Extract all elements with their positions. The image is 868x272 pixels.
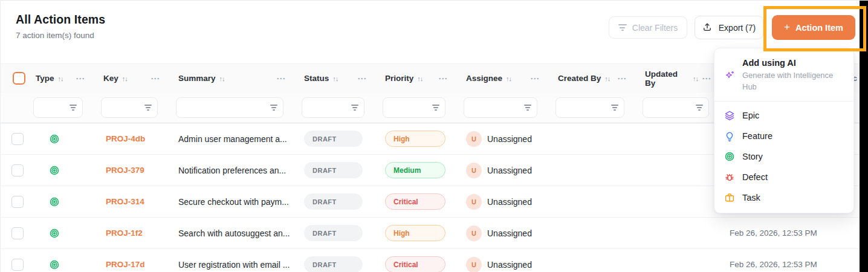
filter-icon	[618, 24, 627, 31]
menu-item-task[interactable]: Task	[714, 187, 853, 208]
row-checkbox[interactable]	[11, 164, 24, 176]
status-badge: DRAFT	[304, 193, 363, 210]
ai-menu-subtitle: Generate with Intelligence Hub	[742, 70, 846, 92]
filter-input-updated-by[interactable]	[643, 97, 709, 118]
row-checkbox[interactable]	[11, 227, 24, 239]
defect-icon	[724, 172, 735, 183]
sort-icon[interactable]: ↑↓	[506, 75, 511, 82]
status-badge: DRAFT	[304, 256, 363, 272]
item-key-link[interactable]: PROJ-379	[106, 166, 144, 175]
task-icon	[724, 192, 735, 203]
filter-icon	[351, 105, 358, 111]
plus-icon: +	[784, 21, 790, 33]
results-count: 7 action item(s) found	[16, 31, 94, 40]
menu-item-label: Feature	[742, 131, 772, 141]
redacted-updated-by	[645, 222, 699, 245]
column-label: Assignee	[466, 74, 502, 83]
assignee-name: Unassigned	[487, 134, 532, 144]
column-menu-icon[interactable]: ⋯	[276, 73, 286, 84]
item-summary: Notification preferences an...	[178, 166, 286, 175]
menu-item-story[interactable]: Story	[714, 146, 853, 167]
column-label: Summary	[178, 74, 216, 83]
priority-badge: High	[385, 225, 445, 241]
column-header-priority[interactable]: Priority ↑↓ ⋯	[381, 73, 462, 84]
row-checkbox[interactable]	[11, 259, 24, 271]
menu-item-label: Defect	[742, 172, 768, 182]
assignee-name: Unassigned	[487, 197, 532, 207]
action-item-dropdown-menu: Add using AI Generate with Intelligence …	[714, 48, 854, 213]
row-checkbox[interactable]	[11, 196, 24, 208]
column-header-updated-by[interactable]: Updated By ↑↓ ⋯	[641, 70, 726, 88]
column-label: Type	[36, 74, 54, 83]
column-header-summary[interactable]: Summary ↑↓ ⋯	[175, 73, 300, 84]
sort-icon[interactable]: ↑↓	[693, 75, 698, 82]
menu-item-add-using-ai[interactable]: Add using AI Generate with Intelligence …	[714, 52, 853, 100]
story-type-icon	[49, 259, 60, 270]
column-header-status[interactable]: Status ↑↓ ⋯	[300, 73, 381, 84]
column-menu-icon[interactable]: ⋯	[617, 73, 627, 84]
menu-item-defect[interactable]: Defect	[714, 167, 853, 187]
table-row[interactable]: PROJ-17d User registration with email ..…	[1, 249, 868, 272]
menu-item-epic[interactable]: Epic	[714, 105, 853, 126]
filter-icon	[611, 105, 618, 111]
sort-icon[interactable]: ↑↓	[604, 75, 610, 82]
filter-icon	[144, 105, 152, 111]
column-menu-icon[interactable]: ⋯	[357, 73, 367, 84]
redacted-updated-by	[645, 159, 699, 182]
column-menu-icon[interactable]: ⋯	[76, 73, 85, 84]
filter-input-summary[interactable]	[176, 97, 283, 118]
column-header-type[interactable]: Type ↑↓ ⋯	[32, 73, 100, 84]
filter-input-type[interactable]	[33, 97, 83, 118]
filter-icon	[270, 105, 277, 111]
menu-item-label: Story	[742, 152, 763, 161]
redacted-created-by	[558, 222, 612, 245]
menu-item-label: Epic	[742, 111, 759, 120]
story-type-icon	[49, 228, 60, 239]
sort-icon[interactable]: ↑↓	[122, 75, 128, 82]
status-badge: DRAFT	[304, 225, 363, 241]
item-key-link[interactable]: PROJ-314	[106, 197, 144, 206]
created-at-timestamp: Feb 26, 2026, 12:53 PM	[730, 260, 817, 269]
filter-input-status[interactable]	[302, 97, 364, 118]
sort-icon[interactable]: ↑↓	[58, 75, 63, 82]
ai-menu-title: Add using AI	[742, 58, 846, 68]
column-menu-icon[interactable]: ⋯	[530, 73, 540, 84]
export-upload-icon	[702, 22, 713, 33]
sort-icon[interactable]: ↑↓	[219, 75, 225, 82]
column-menu-icon[interactable]: ⋯	[702, 73, 711, 84]
table-row[interactable]: PROJ-1f2 Search with autosuggest an... D…	[1, 218, 868, 249]
item-key-link[interactable]: PROJ-17d	[106, 260, 145, 269]
column-header-key[interactable]: Key ↑↓ ⋯	[100, 73, 175, 84]
filter-input-assignee[interactable]	[464, 97, 537, 118]
filter-input-created-by[interactable]	[555, 97, 624, 118]
sort-icon[interactable]: ↑↓	[332, 75, 338, 82]
filter-input-priority[interactable]	[383, 97, 445, 118]
column-menu-icon[interactable]: ⋯	[438, 73, 448, 84]
column-label: Key	[103, 74, 118, 83]
column-menu-icon[interactable]: ⋯	[151, 73, 160, 84]
export-button[interactable]: Export (7)	[695, 16, 763, 39]
story-type-icon	[49, 134, 60, 144]
row-checkbox[interactable]	[11, 133, 24, 145]
redacted-created-by	[558, 190, 612, 213]
screen-edge-black-bar	[860, 1, 868, 272]
column-header-assignee[interactable]: Assignee ↑↓ ⋯	[462, 73, 554, 84]
action-item-button[interactable]: + Action Item	[772, 15, 855, 40]
priority-badge: Critical	[385, 256, 445, 272]
sort-icon[interactable]: ↑↓	[417, 75, 423, 82]
status-badge: DRAFT	[304, 162, 363, 178]
clear-filters-button[interactable]: Clear Filters	[609, 16, 687, 39]
redacted-updated-by	[645, 190, 699, 213]
export-label: Export (7)	[719, 23, 756, 33]
filter-input-key[interactable]	[101, 97, 158, 118]
column-header-created-by[interactable]: Created By ↑↓ ⋯	[554, 73, 641, 84]
item-key-link[interactable]: PROJ-1f2	[106, 228, 143, 238]
select-all-checkbox[interactable]	[13, 72, 25, 85]
redacted-created-by	[558, 253, 612, 272]
item-key-link[interactable]: PROJ-4db	[106, 134, 145, 143]
column-label: Updated By	[645, 70, 689, 88]
assignee-avatar: U	[466, 257, 482, 272]
menu-item-feature[interactable]: Feature	[714, 126, 853, 146]
assignee-avatar: U	[466, 194, 482, 210]
filter-icon	[432, 105, 439, 111]
